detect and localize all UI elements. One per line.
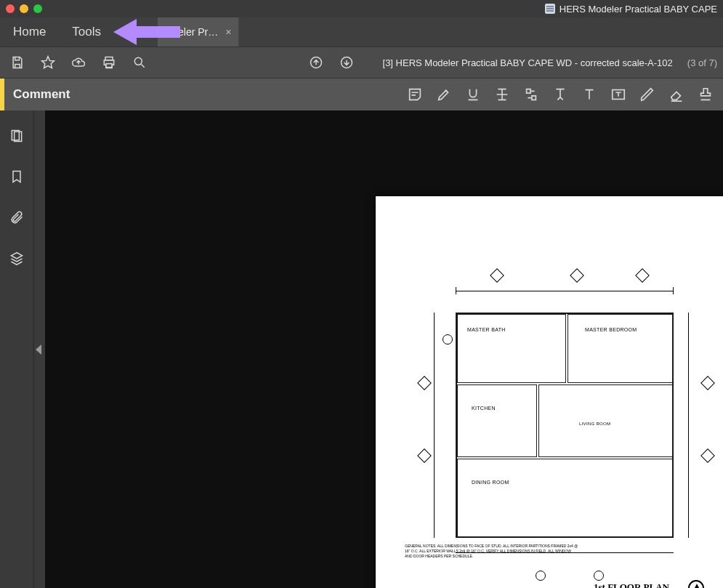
room-label-dining: DINING ROOM [472, 480, 509, 485]
window-controls [6, 4, 42, 13]
highlight-icon[interactable] [432, 83, 456, 106]
sticky-note-icon[interactable] [403, 83, 427, 106]
file-icon [545, 4, 555, 14]
chevron-left-icon [36, 345, 41, 355]
window-title-text: HERS Modeler Practical BABY CAPE [560, 4, 717, 15]
thumbnails-icon[interactable] [6, 125, 28, 147]
page-count: (3 of 7) [687, 57, 717, 68]
plan-notes: GENERAL NOTES: ALL DIMENSIONS TO FACE OF… [405, 544, 579, 559]
stamp-icon[interactable] [694, 83, 717, 106]
attachment-icon[interactable] [6, 206, 28, 228]
cloud-upload-icon[interactable] [67, 51, 90, 74]
window-zoom-button[interactable] [33, 4, 42, 13]
underline-icon[interactable] [461, 83, 485, 106]
draw-icon[interactable] [636, 83, 659, 106]
add-text-icon[interactable] [578, 83, 601, 106]
save-icon[interactable] [6, 51, 29, 74]
left-rail [0, 110, 33, 588]
window-title: HERS Modeler Practical BABY CAPE [545, 4, 717, 15]
strikethrough-icon[interactable] [490, 83, 514, 106]
room-label-kitchen: KITCHEN [472, 406, 496, 411]
content-area: MASTER BATH MASTER BEDROOM KITCHEN LIVIN… [0, 110, 723, 588]
document-viewport[interactable]: MASTER BATH MASTER BEDROOM KITCHEN LIVIN… [45, 110, 723, 588]
layers-icon[interactable] [6, 247, 28, 269]
svg-point-3 [134, 57, 142, 65]
room-label-master-bath: MASTER BATH [467, 327, 506, 332]
page-down-icon[interactable] [335, 51, 358, 74]
star-icon[interactable] [36, 51, 60, 74]
document-tab-label: …eler Pr… [168, 26, 218, 38]
tab-close-button[interactable]: × [225, 26, 231, 38]
comment-toolbar: Comment [0, 78, 723, 110]
floor-plan-drawing: MASTER BATH MASTER BEDROOM KITCHEN LIVIN… [427, 276, 723, 581]
window-close-button[interactable] [6, 4, 15, 13]
document-name: [3] HERS Modeler Practical BABY CAPE WD … [383, 57, 673, 68]
text-box-icon[interactable] [607, 83, 630, 106]
plan-title: 1st FLOOR PLAN [594, 581, 669, 588]
room-label-living: LIVING ROOM [579, 422, 610, 426]
pdf-page: MASTER BATH MASTER BEDROOM KITCHEN LIVIN… [376, 196, 723, 588]
window-minimize-button[interactable] [20, 4, 28, 13]
comment-accent [0, 78, 4, 110]
menubar: Home Tools …eler Pr… × [0, 17, 723, 47]
bookmark-icon[interactable] [6, 166, 28, 188]
menu-home[interactable]: Home [0, 17, 59, 47]
svg-marker-0 [42, 57, 54, 68]
comment-label: Comment [13, 87, 70, 102]
nav-panel-collapse[interactable] [33, 110, 45, 588]
menu-tools[interactable]: Tools [59, 17, 114, 47]
svg-rect-2 [106, 64, 112, 68]
document-tab[interactable]: …eler Pr… × [158, 17, 239, 47]
room-label-master-bedroom: MASTER BEDROOM [585, 327, 637, 332]
print-icon[interactable] [97, 51, 121, 74]
insert-text-icon[interactable] [549, 83, 572, 106]
window-titlebar: HERS Modeler Practical BABY CAPE [0, 0, 723, 17]
erase-icon[interactable] [665, 83, 688, 106]
main-toolbar: [3] HERS Modeler Practical BABY CAPE WD … [0, 47, 723, 78]
page-up-icon[interactable] [304, 51, 328, 74]
search-icon[interactable] [128, 51, 151, 74]
replace-text-icon[interactable] [520, 83, 543, 106]
